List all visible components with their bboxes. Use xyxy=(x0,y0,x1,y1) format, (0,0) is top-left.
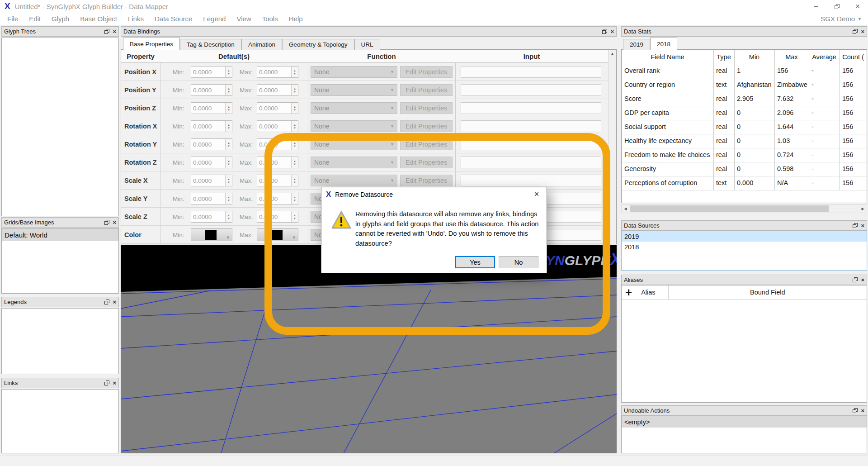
close-icon[interactable]: × xyxy=(861,29,864,34)
float-icon[interactable] xyxy=(104,300,109,304)
spin-buttons[interactable]: ▲▼ xyxy=(291,85,298,95)
spin-buttons[interactable]: ▲▼ xyxy=(291,157,298,168)
max-spinbox[interactable]: 0.0000▲▼ xyxy=(257,193,298,204)
input-field[interactable] xyxy=(461,66,601,78)
max-spinbox[interactable]: 0.0000▲▼ xyxy=(257,157,298,168)
max-spinbox[interactable]: 0.0000▲▼ xyxy=(257,102,298,114)
edit-properties-button[interactable]: Edit Properties xyxy=(400,138,453,150)
scroll-up-icon[interactable]: ▲ xyxy=(609,50,616,57)
min-spinbox[interactable]: 0.0000▲▼ xyxy=(191,175,232,186)
tab-base-properties[interactable]: Base Properties xyxy=(123,38,180,50)
max-spinbox[interactable]: 0.0000▲▼ xyxy=(257,66,298,78)
minimize-button[interactable]: – xyxy=(806,0,826,13)
scrollbar-thumb[interactable] xyxy=(630,205,829,212)
add-alias-button[interactable]: + xyxy=(625,286,632,298)
menu-base-object[interactable]: Base Object xyxy=(75,15,123,23)
min-color-picker[interactable]: ▼ xyxy=(191,228,232,241)
edit-properties-button[interactable]: Edit Properties xyxy=(400,157,453,168)
close-icon[interactable]: × xyxy=(113,380,116,386)
edit-properties-button[interactable]: Edit Properties xyxy=(400,84,453,96)
spin-buttons[interactable]: ▲▼ xyxy=(225,121,232,132)
legends-list[interactable] xyxy=(1,308,119,374)
spin-buttons[interactable]: ▲▼ xyxy=(225,175,232,186)
spin-buttons[interactable]: ▲▼ xyxy=(291,139,298,150)
no-button[interactable]: No xyxy=(499,256,538,268)
float-icon[interactable] xyxy=(602,29,607,34)
max-spinbox[interactable]: 0.0000▲▼ xyxy=(257,120,298,132)
menu-links[interactable]: Links xyxy=(123,15,149,23)
menu-tools[interactable]: Tools xyxy=(257,15,283,23)
spin-buttons[interactable]: ▲▼ xyxy=(291,121,298,132)
tab-geometry-topology[interactable]: Geometry & Topology xyxy=(282,39,354,50)
function-combo[interactable]: None▼ xyxy=(311,84,397,96)
menu-help[interactable]: Help xyxy=(283,15,308,23)
float-icon[interactable] xyxy=(853,408,858,413)
min-spinbox[interactable]: 0.0000▲▼ xyxy=(191,157,232,168)
input-field[interactable] xyxy=(461,120,601,132)
menu-glyph[interactable]: Glyph xyxy=(46,15,75,23)
links-list[interactable] xyxy=(1,389,119,453)
input-field[interactable] xyxy=(461,157,601,168)
menu-edit[interactable]: Edit xyxy=(24,15,46,23)
menu-file[interactable]: File xyxy=(0,15,24,23)
grid-item-default-world[interactable]: Default: World xyxy=(2,228,118,241)
yes-button[interactable]: Yes xyxy=(455,256,495,268)
close-icon[interactable]: × xyxy=(861,408,864,414)
tab-tag-description[interactable]: Tag & Description xyxy=(180,39,241,50)
function-combo[interactable]: None▼ xyxy=(311,120,397,132)
spin-buttons[interactable]: ▲▼ xyxy=(291,193,298,204)
user-account-menu[interactable]: SGX Demo ▼ xyxy=(821,15,862,23)
spin-buttons[interactable]: ▲▼ xyxy=(225,139,232,150)
spin-buttons[interactable]: ▲▼ xyxy=(225,67,232,77)
float-icon[interactable] xyxy=(104,380,109,385)
dialog-title-bar[interactable]: X Remove Datasource xyxy=(321,187,547,201)
data-source-item-2019[interactable]: 2019 xyxy=(622,231,867,242)
float-icon[interactable] xyxy=(104,220,109,225)
max-spinbox[interactable]: 0.0000▲▼ xyxy=(257,84,298,96)
spin-buttons[interactable]: ▲▼ xyxy=(291,103,298,114)
undo-item-empty[interactable]: <empty> xyxy=(622,416,867,428)
spin-buttons[interactable]: ▲▼ xyxy=(291,211,298,222)
scroll-right-icon[interactable]: ▶ xyxy=(859,205,867,213)
input-field[interactable] xyxy=(461,84,601,96)
vertical-scrollbar[interactable]: ▲ xyxy=(609,50,616,244)
min-spinbox[interactable]: 0.0000▲▼ xyxy=(191,211,232,223)
tab-animation[interactable]: Animation xyxy=(241,39,282,50)
max-spinbox[interactable]: 0.0000▲▼ xyxy=(257,138,298,150)
function-combo[interactable]: None▼ xyxy=(311,66,397,78)
close-icon[interactable]: × xyxy=(861,277,864,283)
function-combo[interactable]: None▼ xyxy=(311,175,397,186)
float-icon[interactable] xyxy=(853,29,858,34)
input-field[interactable] xyxy=(461,138,601,150)
data-source-item-2018[interactable]: 2018 xyxy=(622,242,867,252)
min-spinbox[interactable]: 0.0000▲▼ xyxy=(191,84,232,96)
restore-button[interactable] xyxy=(826,0,847,13)
spin-buttons[interactable]: ▲▼ xyxy=(291,175,298,186)
menu-view[interactable]: View xyxy=(231,15,256,23)
tab-2019[interactable]: 2019 xyxy=(623,39,650,50)
float-icon[interactable] xyxy=(853,277,858,282)
menu-data-source[interactable]: Data Source xyxy=(149,15,198,23)
edit-properties-button[interactable]: Edit Properties xyxy=(400,175,453,186)
spin-buttons[interactable]: ▲▼ xyxy=(291,67,298,77)
close-icon[interactable]: × xyxy=(113,219,116,225)
function-combo[interactable]: None▼ xyxy=(311,138,397,150)
spin-buttons[interactable]: ▲▼ xyxy=(225,211,232,222)
min-spinbox[interactable]: 0.0000▲▼ xyxy=(191,193,232,204)
scroll-left-icon[interactable]: ◀ xyxy=(622,205,629,213)
function-combo[interactable]: None▼ xyxy=(311,102,397,114)
close-icon[interactable]: × xyxy=(610,29,614,34)
float-icon[interactable] xyxy=(853,223,858,228)
float-icon[interactable] xyxy=(104,29,109,34)
horizontal-scrollbar[interactable]: ◀ ▶ xyxy=(621,204,867,213)
spin-buttons[interactable]: ▲▼ xyxy=(225,85,232,95)
close-icon[interactable]: × xyxy=(113,299,116,305)
spin-buttons[interactable]: ▲▼ xyxy=(225,193,232,204)
close-button[interactable]: × xyxy=(847,0,868,13)
min-spinbox[interactable]: 0.0000▲▼ xyxy=(191,120,232,132)
tab-2018[interactable]: 2018 xyxy=(650,38,677,50)
edit-properties-button[interactable]: Edit Properties xyxy=(400,66,453,78)
max-spinbox[interactable]: 0.0000▲▼ xyxy=(257,175,298,186)
min-spinbox[interactable]: 0.0000▲▼ xyxy=(191,66,232,78)
function-combo[interactable]: None▼ xyxy=(311,157,397,168)
